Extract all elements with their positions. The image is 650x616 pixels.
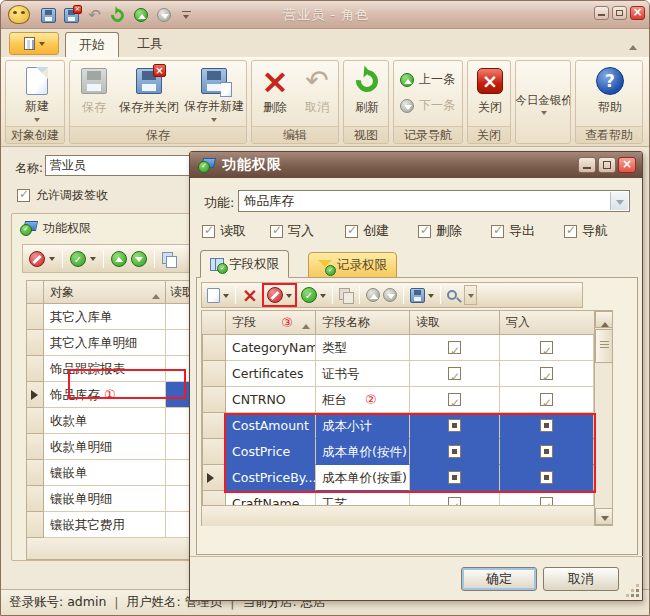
tab-field-permissions[interactable]: 字段权限 — [200, 250, 289, 278]
help-button[interactable]: 帮助 — [588, 63, 632, 125]
application-menu-button[interactable] — [9, 32, 59, 55]
maximize-button[interactable] — [612, 6, 627, 20]
dialog-close-button[interactable] — [618, 157, 636, 173]
grid-footer — [202, 505, 594, 526]
resize-grip[interactable] — [629, 587, 639, 597]
cancel-button[interactable]: 取消 — [296, 63, 338, 125]
cancel-button[interactable]: 取消 — [543, 567, 619, 591]
table-row[interactable]: CNTRNO 柜台 ② — [202, 387, 594, 413]
read-cell-checkbox[interactable] — [448, 445, 461, 458]
move-up-icon[interactable] — [111, 251, 127, 267]
annotation-circle-2: ② — [365, 392, 377, 407]
section-title: 功能权限 — [43, 220, 91, 237]
ribbon-group-save: 保存 保存并关闭 保存并新建 保存 — [69, 60, 247, 144]
save-button-large[interactable]: 保存 — [72, 63, 116, 125]
refresh-button-large[interactable]: 刷新 — [346, 63, 388, 125]
move-up-icon[interactable] — [366, 288, 380, 302]
read-cell-checkbox[interactable] — [448, 393, 461, 406]
write-cell-checkbox[interactable] — [540, 419, 553, 432]
write-cell-checkbox[interactable] — [540, 367, 553, 380]
scrollbar-thumb[interactable] — [595, 329, 613, 363]
write-cell-checkbox[interactable] — [540, 471, 553, 484]
tab-tools[interactable]: 工具 — [123, 32, 177, 57]
write-cell-checkbox[interactable] — [540, 445, 553, 458]
table-row[interactable]: CraftName 工艺 — [202, 491, 594, 505]
grid-corner-cell — [202, 311, 226, 335]
chevron-down-icon[interactable] — [286, 294, 292, 301]
save-and-new-button-large[interactable]: 保存并新建 — [182, 63, 246, 125]
save-icon — [81, 68, 107, 94]
dialog-minimize-button[interactable] — [578, 157, 596, 173]
today-gold-price-button[interactable]: 今日金银价 — [516, 63, 571, 141]
next-record-button-ribbon[interactable]: 下一条 — [400, 97, 455, 114]
table-row[interactable]: CategoryName 类型 — [202, 335, 594, 361]
write-cell-checkbox[interactable] — [540, 341, 553, 354]
vertical-scrollbar[interactable] — [594, 311, 612, 525]
delete-button[interactable]: 删除 — [254, 63, 296, 125]
next-record-icon — [400, 99, 414, 113]
read-permission-checkbox[interactable] — [202, 225, 215, 238]
navigate-permission-checkbox[interactable] — [564, 225, 577, 238]
read-cell-checkbox[interactable] — [448, 471, 461, 484]
minimize-button[interactable] — [594, 6, 609, 20]
chevron-down-icon[interactable] — [49, 257, 55, 264]
close-form-button[interactable]: 关闭 — [470, 63, 510, 125]
deny-icon[interactable] — [29, 251, 45, 267]
tab-start[interactable]: 开始 — [65, 32, 119, 57]
read-cell-checkbox[interactable] — [448, 419, 461, 432]
table-row-selected[interactable]: CostPrice 成本单价(按件) — [202, 439, 594, 465]
chevron-down-icon — [211, 118, 217, 125]
new-icon[interactable] — [207, 288, 220, 303]
column-header-field[interactable]: 字段 ③ — [226, 311, 316, 335]
tab-record-permissions[interactable]: 记录权限 — [308, 252, 397, 278]
allow-transfer-checkbox[interactable] — [17, 189, 30, 202]
create-permission-checkbox[interactable] — [345, 225, 358, 238]
scroll-up-icon[interactable] — [595, 311, 613, 328]
move-down-icon[interactable] — [131, 251, 147, 267]
column-header-write[interactable]: 写入 — [500, 311, 594, 335]
combobox-arrow-icon[interactable] — [610, 192, 628, 210]
column-header-read[interactable]: 读取 — [410, 311, 500, 335]
toolbar-overflow-icon[interactable] — [464, 285, 477, 305]
copy-icon[interactable] — [162, 252, 176, 266]
write-permission-checkbox[interactable] — [270, 225, 283, 238]
save-and-close-button-large[interactable]: 保存并关闭 — [116, 63, 182, 125]
export-permission-checkbox[interactable] — [491, 225, 504, 238]
table-row-selected[interactable]: CostAmount 成本小计 — [202, 413, 594, 439]
chevron-down-icon[interactable] — [223, 294, 229, 301]
help-icon — [596, 67, 624, 95]
table-row-selected-current[interactable]: CostPriceBy... 成本单价(按重) — [202, 465, 594, 491]
dialog-maximize-button[interactable] — [598, 157, 616, 173]
read-cell-checkbox[interactable] — [448, 341, 461, 354]
column-header-field-name[interactable]: 字段名称 — [316, 311, 410, 335]
button-label: 下一条 — [419, 97, 455, 114]
collapse-ribbon-icon[interactable] — [627, 37, 639, 45]
current-row-arrow-icon — [202, 465, 226, 491]
write-cell-checkbox[interactable] — [540, 393, 553, 406]
function-combobox[interactable]: 饰品库存 — [238, 190, 630, 212]
refresh-icon — [352, 66, 383, 97]
allow-icon[interactable] — [301, 287, 317, 303]
copy-icon[interactable] — [339, 288, 353, 302]
allow-icon[interactable] — [70, 251, 86, 267]
move-down-icon[interactable] — [383, 288, 397, 302]
column-header-object[interactable]: 对象 — [44, 280, 166, 304]
read-cell-checkbox[interactable] — [448, 367, 461, 380]
ok-button[interactable]: 确定 — [461, 567, 537, 591]
search-icon[interactable] — [447, 290, 457, 300]
read-cell-checkbox[interactable] — [448, 497, 461, 505]
delete-permission-checkbox[interactable] — [418, 225, 431, 238]
chevron-down-icon[interactable] — [320, 294, 326, 301]
export-icon[interactable] — [410, 288, 425, 303]
write-cell-checkbox[interactable] — [540, 497, 553, 505]
scroll-down-icon[interactable] — [595, 508, 613, 525]
delete-icon[interactable] — [242, 287, 258, 303]
table-row[interactable]: Certificates 证书号 — [202, 361, 594, 387]
chevron-down-icon[interactable] — [90, 257, 96, 264]
new-button[interactable]: 新建 — [14, 63, 60, 125]
close-button[interactable] — [630, 6, 645, 20]
button-label: 删除 — [263, 99, 287, 116]
deny-icon[interactable] — [267, 287, 283, 303]
chevron-down-icon[interactable] — [428, 294, 434, 301]
previous-record-button-ribbon[interactable]: 上一条 — [400, 71, 455, 88]
